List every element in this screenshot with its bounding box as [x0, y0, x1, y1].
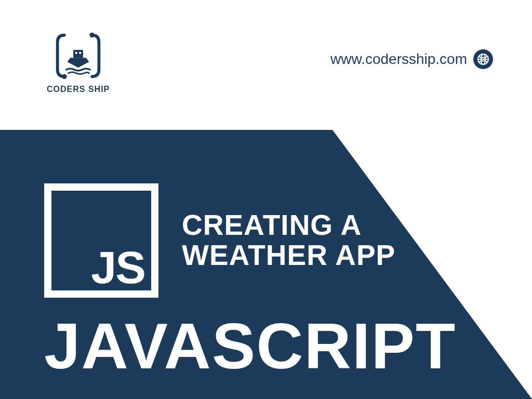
header-bar: CODERS SHIP www.codersship.com — [0, 0, 532, 130]
svg-rect-4 — [79, 52, 82, 54]
hero-top-row: JS CREATING A WEATHER APP — [44, 183, 488, 298]
brand-logo: CODERS SHIP — [47, 31, 110, 94]
js-badge-text: JS — [91, 245, 145, 290]
hero-title: CREATING A WEATHER APP — [182, 210, 395, 271]
hero-title-line2: WEATHER APP — [182, 241, 395, 271]
svg-point-1 — [62, 74, 66, 79]
svg-rect-2 — [73, 50, 83, 58]
website-url: www.codersship.com — [330, 51, 467, 68]
globe-icon — [473, 49, 493, 69]
website-url-block: www.codersship.com — [330, 49, 493, 69]
hero-content: JS CREATING A WEATHER APP JAVASCRIPT — [0, 152, 532, 399]
js-badge: JS — [44, 183, 158, 298]
svg-rect-3 — [75, 52, 77, 54]
svg-point-0 — [89, 33, 95, 38]
ship-brackets-icon — [54, 31, 103, 81]
hero-big-text: JAVASCRIPT — [44, 313, 488, 378]
hero-title-line1: CREATING A — [182, 210, 395, 241]
brand-name: CODERS SHIP — [47, 85, 110, 94]
